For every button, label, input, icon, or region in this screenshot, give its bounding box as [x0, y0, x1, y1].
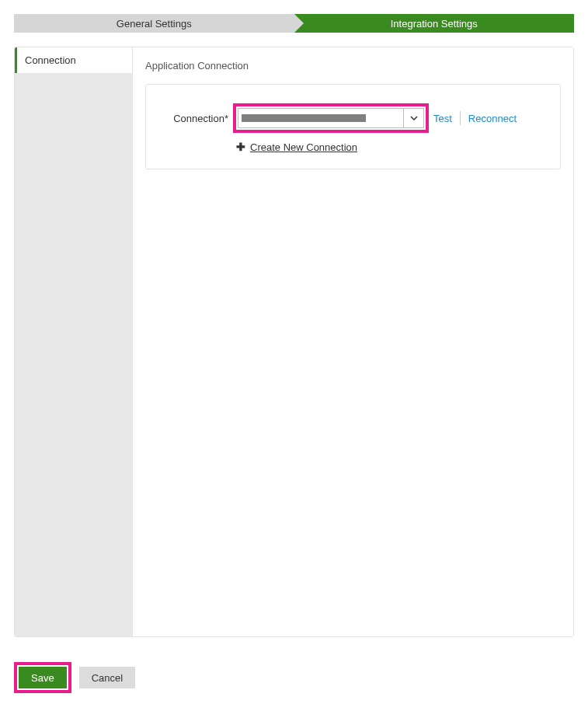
plus-icon: ✚ [236, 141, 245, 153]
content-area: Application Connection Connection* Test [133, 47, 573, 636]
settings-panel: Connection Application Connection Connec… [14, 47, 574, 637]
cancel-button[interactable]: Cancel [79, 667, 135, 688]
sidebar: Connection [15, 47, 133, 636]
redacted-value [242, 114, 366, 122]
sidebar-item-label: Connection [25, 54, 76, 66]
tab-label: Integration Settings [391, 18, 478, 30]
create-new-connection-link[interactable]: Create New Connection [250, 141, 357, 153]
highlight-save-button: Save [14, 662, 71, 693]
tab-label: General Settings [117, 18, 192, 30]
connection-row: Connection* Test Reconnect [158, 103, 548, 133]
sidebar-item-connection[interactable]: Connection [15, 47, 132, 73]
button-label: Save [31, 672, 54, 684]
divider [460, 111, 461, 125]
connection-label: Connection* [158, 113, 228, 124]
section-title: Application Connection [145, 60, 561, 71]
connection-select-value [238, 109, 403, 127]
connection-card: Connection* Test Reconnect ✚ [145, 84, 561, 169]
reconnect-link[interactable]: Reconnect [468, 113, 517, 124]
create-connection-row: ✚ Create New Connection [236, 141, 548, 153]
tab-general-settings[interactable]: General Settings [14, 14, 294, 33]
save-button[interactable]: Save [19, 667, 67, 688]
footer-actions: Save Cancel [14, 662, 135, 693]
tab-bar: General Settings Integration Settings [14, 14, 574, 33]
highlight-connection-select [233, 103, 429, 133]
tab-integration-settings[interactable]: Integration Settings [294, 14, 575, 33]
button-label: Cancel [92, 672, 123, 684]
connection-select[interactable] [238, 108, 424, 128]
test-link[interactable]: Test [433, 113, 452, 124]
chevron-down-icon[interactable] [403, 109, 423, 127]
